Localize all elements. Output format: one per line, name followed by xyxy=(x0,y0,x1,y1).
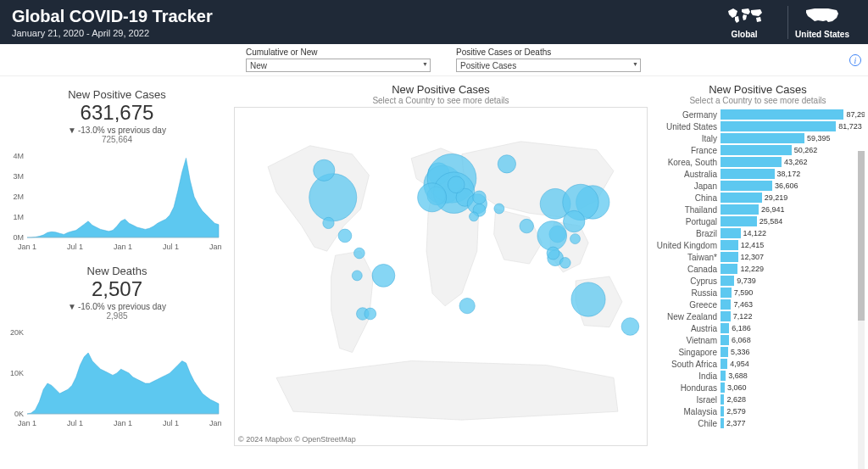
country-bar-row[interactable]: Canada 12,229 xyxy=(651,263,865,275)
map-bubble[interactable] xyxy=(547,247,559,260)
map-bubble[interactable] xyxy=(621,318,639,336)
bar-value: 9,739 xyxy=(737,276,756,286)
bar-track: 38,172 xyxy=(721,169,865,179)
bar-value: 36,606 xyxy=(775,181,798,191)
svg-text:3M: 3M xyxy=(13,172,24,181)
map-bubble[interactable] xyxy=(459,298,475,313)
bar-fill xyxy=(721,371,726,381)
map-bubble[interactable] xyxy=(314,159,335,181)
bar-value: 12,307 xyxy=(741,252,765,262)
map-bubble[interactable] xyxy=(494,204,504,214)
bar-fill xyxy=(721,157,782,167)
bar-track: 7,463 xyxy=(721,299,865,310)
country-bar-row[interactable]: United Kingdom 12,415 xyxy=(651,239,865,251)
country-bar-row[interactable]: Israel 2,628 xyxy=(651,394,865,405)
country-bar-row[interactable]: Malaysia 2,579 xyxy=(651,405,865,417)
bar-track: 3,688 xyxy=(721,371,865,381)
map-bubble[interactable] xyxy=(570,234,581,244)
country-bar-row[interactable]: Honduras 3,060 xyxy=(651,382,865,394)
filter-toolbar: Cumulative or New New Positive Cases or … xyxy=(0,44,868,76)
country-bar-row[interactable]: Chile 2,377 xyxy=(651,417,865,429)
bar-track: 26,941 xyxy=(721,204,865,215)
map-bubble[interactable] xyxy=(520,219,534,233)
country-bar-row[interactable]: France 50,262 xyxy=(651,144,865,156)
map-bubble[interactable] xyxy=(448,176,465,193)
select-cumulative-or-new[interactable]: New xyxy=(246,59,431,72)
country-name: Chile xyxy=(651,419,721,428)
country-bar-row[interactable]: China 29,219 xyxy=(651,192,865,204)
country-bar-row[interactable]: Brazil 14,122 xyxy=(651,227,865,239)
svg-text:Jul 1: Jul 1 xyxy=(67,419,83,427)
svg-text:0M: 0M xyxy=(13,233,24,242)
kpi-cases-value: 631,675 xyxy=(3,101,231,126)
bar-fill xyxy=(721,204,759,215)
country-name: Thailand xyxy=(651,205,721,215)
world-map[interactable]: © 2024 Mapbox © OpenStreetMap xyxy=(234,107,648,446)
bar-value: 12,415 xyxy=(741,240,765,250)
svg-text:2M: 2M xyxy=(13,193,24,201)
country-bar-row[interactable]: Portugal 25,584 xyxy=(651,215,865,227)
country-bar-row[interactable]: Korea, South 43,262 xyxy=(651,156,865,168)
spark-deaths-chart[interactable]: 0K10K20KJan 1Jul 1Jan 1Jul 1Jan 1 xyxy=(3,327,224,429)
country-bar-row[interactable]: New Zealand 7,122 xyxy=(651,310,865,322)
country-bar-row[interactable]: Italy 59,395 xyxy=(651,132,865,144)
bar-track: 14,122 xyxy=(721,228,865,238)
map-bubble[interactable] xyxy=(418,183,447,212)
country-name: South Africa xyxy=(651,360,721,369)
country-bar-list[interactable]: Germany 87,298 United States 81,723 Ital… xyxy=(651,109,865,448)
country-bar-row[interactable]: Japan 36,606 xyxy=(651,180,865,192)
bar-value: 43,262 xyxy=(784,157,808,167)
scrollbar[interactable] xyxy=(858,151,865,469)
country-bar-row[interactable]: Singapore 5,336 xyxy=(651,346,865,358)
country-bar-row[interactable]: Vietnam 6,068 xyxy=(651,334,865,346)
map-bubble[interactable] xyxy=(470,212,479,221)
bar-fill xyxy=(721,335,729,345)
country-bar-row[interactable]: Taiwan* 12,307 xyxy=(651,251,865,263)
bar-fill xyxy=(721,359,727,369)
bar-fill xyxy=(721,276,734,286)
map-bubble[interactable] xyxy=(563,210,584,232)
country-bar-row[interactable]: South Africa 4,954 xyxy=(651,358,865,370)
svg-text:Jul 1: Jul 1 xyxy=(163,243,179,251)
country-name: Italy xyxy=(651,134,721,143)
country-name: Australia xyxy=(651,170,721,179)
bar-fill xyxy=(721,418,724,428)
country-bar-row[interactable]: India 3,688 xyxy=(651,370,865,382)
scrollbar-thumb[interactable] xyxy=(858,151,865,321)
nav-global[interactable]: Global xyxy=(718,6,771,39)
bar-track: 36,606 xyxy=(721,181,865,191)
map-bubble[interactable] xyxy=(372,264,395,287)
map-bubble[interactable] xyxy=(473,191,487,204)
map-bubble[interactable] xyxy=(571,282,605,316)
select-cases-or-deaths[interactable]: Positive Cases xyxy=(456,59,641,72)
bar-fill xyxy=(721,169,775,179)
map-bubble[interactable] xyxy=(559,258,570,269)
map-bubble[interactable] xyxy=(364,308,376,320)
country-bar-row[interactable]: Australia 38,172 xyxy=(651,168,865,180)
country-bar-row[interactable]: Russia 7,590 xyxy=(651,287,865,299)
map-bubble[interactable] xyxy=(537,221,567,251)
us-map-icon xyxy=(803,6,842,28)
nav-us[interactable]: United States xyxy=(787,6,856,39)
info-icon[interactable]: i xyxy=(849,54,861,66)
bar-fill xyxy=(721,252,738,262)
country-bar-row[interactable]: United States 81,723 xyxy=(651,120,865,132)
country-bar-row[interactable]: Germany 87,298 xyxy=(651,109,865,120)
country-name: Taiwan* xyxy=(651,253,721,262)
country-bar-row[interactable]: Thailand 26,941 xyxy=(651,204,865,215)
spark-cases-chart[interactable]: 0M1M2M3M4MJan 1Jul 1Jan 1Jul 1Jan 1 xyxy=(3,151,224,253)
map-bubble[interactable] xyxy=(309,174,357,221)
country-bar-row[interactable]: Austria 6,186 xyxy=(651,322,865,334)
map-bubble[interactable] xyxy=(352,271,362,281)
map-bubble[interactable] xyxy=(498,155,515,173)
kpi-cases-title: New Positive Cases xyxy=(3,88,231,101)
country-bar-row[interactable]: Cyprus 9,739 xyxy=(651,275,865,287)
map-bubble[interactable] xyxy=(338,229,352,243)
country-bar-row[interactable]: Greece 7,463 xyxy=(651,299,865,310)
map-bubble[interactable] xyxy=(354,248,365,259)
country-name: New Zealand xyxy=(651,312,721,321)
map-title: New Positive Cases xyxy=(234,83,648,96)
bar-value: 6,186 xyxy=(732,323,751,333)
map-bubble[interactable] xyxy=(323,217,334,228)
country-name: China xyxy=(651,193,721,203)
